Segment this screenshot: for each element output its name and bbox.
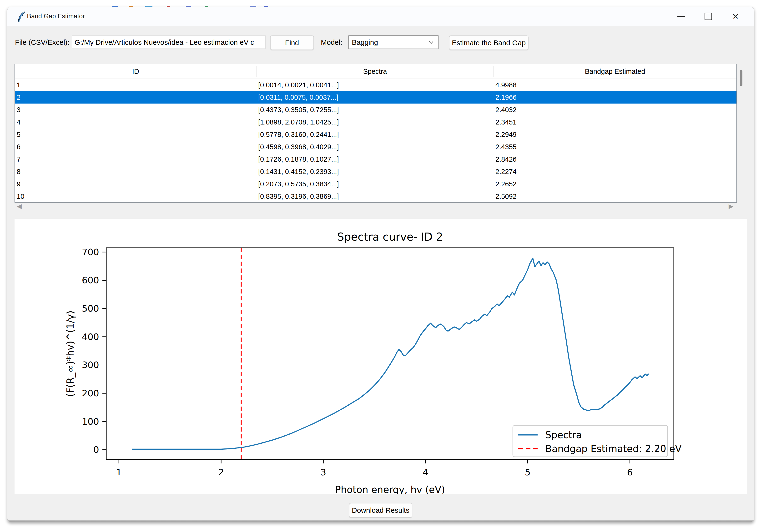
cell-id: 1 bbox=[17, 79, 255, 91]
table-row[interactable]: 9[0.2073, 0.5735, 0.3834...]2.2652 bbox=[15, 178, 736, 190]
model-combobox[interactable]: Bagging bbox=[348, 35, 439, 49]
maximize-button[interactable] bbox=[698, 9, 719, 24]
x-axis-label: Photon energy, hv (eV) bbox=[335, 484, 445, 494]
y-tick-label: 100 bbox=[82, 416, 99, 427]
maximize-icon bbox=[705, 13, 712, 20]
file-label: File (CSV/Excel): bbox=[15, 38, 69, 46]
column-header-id[interactable]: ID bbox=[15, 64, 257, 79]
cell-bandgap: 2.4032 bbox=[496, 104, 733, 116]
results-table: ID Spectra Bandgap Estimated 1[0.0014, 0… bbox=[15, 64, 737, 203]
python-feather-icon bbox=[17, 11, 27, 24]
cell-spectra: [0.0014, 0.0021, 0.0041...] bbox=[258, 79, 492, 91]
cell-id: 6 bbox=[17, 141, 255, 153]
estimate-band-gap-button[interactable]: Estimate the Band Gap bbox=[449, 35, 529, 50]
cell-bandgap: 2.2274 bbox=[496, 165, 733, 178]
table-row[interactable]: 3[0.4373, 0.3505, 0.7255...]2.4032 bbox=[15, 104, 736, 116]
cell-spectra: [0.1431, 0.4152, 0.2393...] bbox=[258, 165, 492, 178]
cell-bandgap: 2.3451 bbox=[496, 116, 733, 128]
chart-title: Spectra curve- ID 2 bbox=[337, 231, 443, 243]
y-tick-label: 300 bbox=[82, 360, 99, 370]
x-tick-label: 2 bbox=[218, 467, 224, 477]
x-tick-label: 1 bbox=[116, 467, 122, 477]
legend-bandgap-label: Bandgap Estimated: 2.20 eV bbox=[545, 443, 682, 454]
cell-id: 9 bbox=[17, 178, 255, 190]
column-separator bbox=[257, 66, 257, 77]
cell-bandgap: 2.2652 bbox=[496, 178, 733, 190]
vertical-scrollbar-thumb[interactable] bbox=[740, 70, 742, 86]
table-row[interactable]: 7[0.1726, 0.1878, 0.1027...]2.8426 bbox=[15, 153, 736, 165]
window-title: Band Gap Estimator bbox=[27, 13, 85, 20]
table-row[interactable]: 6[0.4598, 0.3968, 0.4029...]2.4355 bbox=[15, 141, 736, 153]
y-tick-label: 600 bbox=[82, 275, 99, 286]
cell-id: 8 bbox=[17, 165, 255, 178]
cell-bandgap: 4.9988 bbox=[496, 79, 733, 91]
cell-id: 3 bbox=[17, 104, 255, 116]
window-bottom-edge bbox=[7, 520, 754, 522]
chevron-down-icon bbox=[428, 39, 435, 48]
find-button[interactable]: Find bbox=[270, 35, 314, 50]
column-header-spectra[interactable]: Spectra bbox=[257, 64, 494, 79]
titlebar: Band Gap Estimator ✕ bbox=[7, 7, 754, 26]
cell-spectra: [0.8395, 0.3196, 0.3869...] bbox=[258, 190, 492, 203]
cell-spectra: [0.2073, 0.5735, 0.3834...] bbox=[258, 178, 492, 190]
cell-bandgap: 2.1966 bbox=[496, 91, 733, 104]
cell-spectra: [0.4373, 0.3505, 0.7255...] bbox=[258, 104, 492, 116]
spectra-line bbox=[132, 258, 648, 449]
model-combobox-value: Bagging bbox=[352, 38, 378, 46]
table-row[interactable]: 10[0.8395, 0.3196, 0.3869...]2.5092 bbox=[15, 190, 736, 203]
app-window: Band Gap Estimator ✕ File (CSV/Excel): F… bbox=[7, 7, 754, 522]
y-axis-label: (F(R_∞)*hv)^(1/γ) bbox=[65, 311, 76, 397]
x-tick-label: 3 bbox=[321, 467, 326, 477]
y-tick-label: 200 bbox=[82, 388, 99, 399]
x-tick-label: 5 bbox=[525, 467, 530, 477]
table-row[interactable]: 5[0.5778, 0.3160, 0.2441...]2.2949 bbox=[15, 128, 736, 141]
cell-spectra: [1.0898, 2.0708, 1.0425...] bbox=[258, 116, 492, 128]
x-tick-label: 6 bbox=[627, 467, 633, 477]
cell-id: 2 bbox=[17, 91, 255, 104]
table-header: ID Spectra Bandgap Estimated bbox=[15, 64, 736, 79]
chart-canvas: 1234560100200300400500600700Spectra curv… bbox=[15, 219, 747, 494]
cell-id: 7 bbox=[17, 153, 255, 165]
cell-spectra: [0.1726, 0.1878, 0.1027...] bbox=[258, 153, 492, 165]
estimate-band-gap-label: Estimate the Band Gap bbox=[452, 39, 526, 47]
minimize-icon bbox=[677, 16, 685, 17]
cell-spectra: [0.5778, 0.3160, 0.2441...] bbox=[258, 128, 492, 141]
table-row[interactable]: 4[1.0898, 2.0708, 1.0425...]2.3451 bbox=[15, 116, 736, 128]
legend-spectra-label: Spectra bbox=[545, 429, 582, 440]
cell-id: 5 bbox=[17, 128, 255, 141]
scroll-right-icon[interactable]: ▶ bbox=[729, 203, 733, 209]
spectra-chart: 1234560100200300400500600700Spectra curv… bbox=[15, 219, 747, 494]
cell-bandgap: 2.2949 bbox=[496, 128, 733, 141]
y-tick-label: 500 bbox=[82, 303, 99, 314]
close-button[interactable]: ✕ bbox=[725, 9, 746, 24]
cell-spectra: [0.0311, 0.0075, 0.0037...] bbox=[258, 91, 492, 104]
column-header-bandgap[interactable]: Bandgap Estimated bbox=[494, 64, 736, 79]
model-label: Model: bbox=[321, 38, 342, 46]
cell-id: 10 bbox=[17, 190, 255, 203]
table-row[interactable]: 1[0.0014, 0.0021, 0.0041...]4.9988 bbox=[15, 79, 736, 91]
cell-bandgap: 2.4355 bbox=[496, 141, 733, 153]
cell-bandgap: 2.5092 bbox=[496, 190, 733, 203]
y-tick-label: 700 bbox=[82, 247, 99, 257]
close-icon: ✕ bbox=[732, 12, 739, 21]
download-results-button[interactable]: Download Results bbox=[349, 503, 412, 518]
table-row[interactable]: 2[0.0311, 0.0075, 0.0037...]2.1966 bbox=[15, 91, 736, 104]
scroll-left-icon[interactable]: ◀ bbox=[17, 203, 22, 209]
download-results-label: Download Results bbox=[352, 506, 409, 514]
find-button-label: Find bbox=[285, 39, 299, 47]
cell-bandgap: 2.8426 bbox=[496, 153, 733, 165]
cell-spectra: [0.4598, 0.3968, 0.4029...] bbox=[258, 141, 492, 153]
table-row[interactable]: 8[0.1431, 0.4152, 0.2393...]2.2274 bbox=[15, 165, 736, 178]
minimize-button[interactable] bbox=[671, 9, 692, 24]
cell-id: 4 bbox=[17, 116, 255, 128]
x-tick-label: 4 bbox=[423, 467, 428, 477]
y-tick-label: 0 bbox=[93, 445, 99, 455]
y-tick-label: 400 bbox=[82, 332, 99, 342]
file-path-input[interactable] bbox=[72, 35, 265, 49]
column-separator bbox=[494, 66, 494, 77]
